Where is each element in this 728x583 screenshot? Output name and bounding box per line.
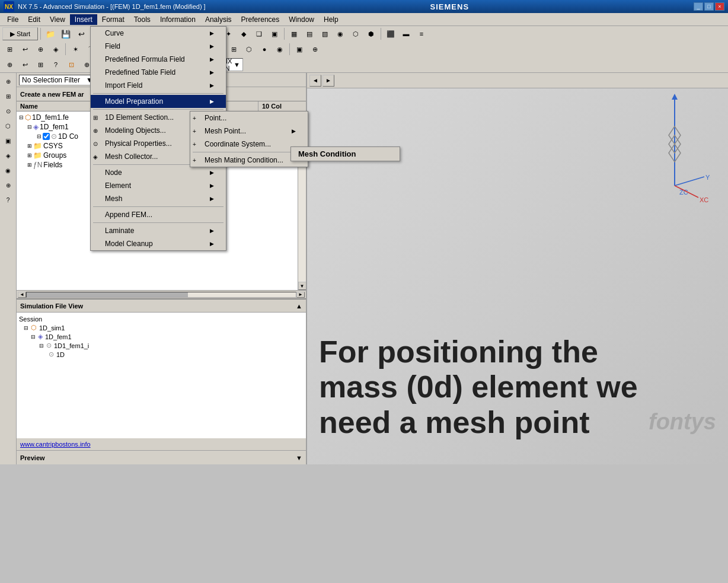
tb12[interactable]: ◆ xyxy=(237,27,251,40)
tb-r3-4[interactable]: ? xyxy=(49,58,63,71)
tb-r3-1[interactable]: ⊕ xyxy=(2,58,17,71)
menu-view[interactable]: View xyxy=(45,14,70,25)
insert-model-cleanup[interactable]: Model Cleanup ▶ xyxy=(91,237,226,250)
hscroll-thumb[interactable] xyxy=(27,292,188,297)
tb-r3-3[interactable]: ⊞ xyxy=(33,58,47,71)
tb17-icon: ▧ xyxy=(322,30,328,38)
viewport-toolbar: ◄ ► xyxy=(307,73,728,88)
menu-edit[interactable]: Edit xyxy=(23,14,45,25)
hscroll-left-btn[interactable]: ◄ xyxy=(18,292,26,298)
vtb-4[interactable]: ⬡ xyxy=(1,119,15,133)
tb15[interactable]: ▦ xyxy=(287,27,301,40)
insert-import-field-label: Import Field xyxy=(105,81,142,90)
vtb-3[interactable]: ⊙ xyxy=(1,104,15,118)
tb17[interactable]: ▧ xyxy=(318,27,332,40)
checkbox-1dco[interactable] xyxy=(43,133,50,140)
vtb-5[interactable]: ▣ xyxy=(1,133,15,148)
tb19[interactable]: ⬡ xyxy=(349,27,363,40)
insert-field[interactable]: Field ▶ xyxy=(91,40,226,53)
sim-1d-label: 1D xyxy=(56,351,65,358)
tb23[interactable]: ≡ xyxy=(414,27,429,40)
undo-button[interactable]: ↩ xyxy=(74,27,88,40)
viewport-left-btn[interactable]: ◄ xyxy=(309,75,321,87)
tb-r2-19[interactable]: ▣ xyxy=(292,43,306,56)
sim-fem1i-item[interactable]: ⊟ ⊙ 1D1_fem1_i xyxy=(19,341,304,350)
vtb-8[interactable]: ⊕ xyxy=(1,178,15,192)
tb16[interactable]: ▤ xyxy=(302,27,317,40)
sim-file-collapse[interactable]: ▲ xyxy=(296,302,302,310)
restore-button[interactable]: □ xyxy=(704,2,714,11)
start-button[interactable]: ▶ Start xyxy=(2,27,38,40)
save-button[interactable]: 💾 xyxy=(59,27,73,40)
menu-information[interactable]: Information xyxy=(155,14,200,25)
viewport-right-btn[interactable]: ► xyxy=(323,75,334,87)
sim-fem1-item[interactable]: ⊟ ◈ 1D_fem1 xyxy=(19,332,304,341)
insert-sep2 xyxy=(93,109,223,110)
viewport[interactable]: ◄ ► ZC YC xyxy=(307,73,728,464)
sep-r2-3 xyxy=(289,43,290,55)
open-button[interactable]: 📁 xyxy=(43,27,58,40)
tb21[interactable]: ⬛ xyxy=(384,27,398,40)
tb-r2-4[interactable]: ◈ xyxy=(49,43,63,56)
mp-point[interactable]: + Point... xyxy=(190,111,308,125)
menu-format[interactable]: Format xyxy=(97,14,129,25)
menu-preferences[interactable]: Preferences xyxy=(237,14,285,25)
sim-1d-item[interactable]: ⊙ 1D xyxy=(19,350,304,359)
tb-r2-2[interactable]: ↩ xyxy=(18,43,32,56)
hscroll-right-btn[interactable]: ► xyxy=(296,292,305,298)
insert-node[interactable]: Node ▶ xyxy=(91,166,226,179)
insert-predef-table[interactable]: Predefined Table Field ▶ xyxy=(91,66,226,79)
tb18[interactable]: ◉ xyxy=(333,27,347,40)
tb-r2-5[interactable]: ✶ xyxy=(68,43,82,56)
tb-r2-18[interactable]: ◉ xyxy=(273,43,287,56)
tb-r2-3[interactable]: ⊕ xyxy=(33,43,47,56)
tb-r2-2-icon: ↩ xyxy=(23,46,28,53)
tb-r2-15[interactable]: ⊞ xyxy=(226,43,241,56)
selection-filter-dropdown[interactable]: No Selection Filter ▼ xyxy=(19,75,96,85)
tb-r3-5[interactable]: ⊡ xyxy=(64,58,78,71)
vtb-6[interactable]: ◈ xyxy=(1,148,15,163)
tb-r2-1[interactable]: ⊞ xyxy=(2,43,17,56)
tb-r2-19-icon: ▣ xyxy=(296,46,302,53)
url-link[interactable]: www.cantripbostons.info xyxy=(20,441,91,448)
tree-scroll-h[interactable]: ◄ ► xyxy=(17,290,306,298)
tb22[interactable]: ▬ xyxy=(399,27,413,40)
mp-mesh-point[interactable]: + Mesh Point... ▶ xyxy=(190,125,308,138)
insert-predef-formula[interactable]: Predefined Formula Field ▶ xyxy=(91,53,226,66)
sim-sim1-item[interactable]: ⊟ ⬡ 1D_sim1 xyxy=(19,323,304,332)
tb-r2-17[interactable]: ● xyxy=(257,43,272,56)
vtb-7[interactable]: ◉ xyxy=(1,163,15,177)
tb-r2-20[interactable]: ⊕ xyxy=(308,43,322,56)
tb20[interactable]: ⬢ xyxy=(364,27,378,40)
insert-model-prep[interactable]: Model Preparation ▶ xyxy=(91,95,226,108)
insert-mesh[interactable]: Mesh ▶ xyxy=(91,192,226,205)
menu-window[interactable]: Window xyxy=(284,14,319,25)
insert-import-field[interactable]: Import Field ▶ xyxy=(91,79,226,92)
sep5 xyxy=(381,28,381,40)
menu-help[interactable]: Help xyxy=(319,14,343,25)
tb13-icon: ❑ xyxy=(256,30,262,38)
preview-expand[interactable]: ▼ xyxy=(296,454,302,461)
col-10col-header: 10 Col xyxy=(258,101,306,111)
close-button[interactable]: × xyxy=(715,2,724,11)
minimize-button[interactable]: _ xyxy=(694,2,703,11)
insert-element[interactable]: Element ▶ xyxy=(91,179,226,192)
menu-file[interactable]: File xyxy=(2,14,23,25)
insert-append-fem[interactable]: Append FEM... xyxy=(91,208,226,221)
hscroll-track[interactable] xyxy=(26,292,296,298)
vtb-9[interactable]: ? xyxy=(1,193,15,207)
vtb-1[interactable]: ⊕ xyxy=(1,74,15,88)
menu-analysis[interactable]: Analysis xyxy=(200,14,237,25)
tb14[interactable]: ▣ xyxy=(267,27,282,40)
tb13[interactable]: ❑ xyxy=(252,27,266,40)
tb-r2-16[interactable]: ⬡ xyxy=(242,43,256,56)
tb-r3-2[interactable]: ↩ xyxy=(18,58,32,71)
menu-insert[interactable]: Insert xyxy=(70,14,97,25)
insert-mesh-arrow: ▶ xyxy=(210,196,214,202)
insert-curve[interactable]: Curve ▶ xyxy=(91,27,226,40)
menu-tools[interactable]: Tools xyxy=(129,14,155,25)
mesh-condition-panel: Mesh Condition xyxy=(290,146,400,161)
vtb-2[interactable]: ⊞ xyxy=(1,89,15,103)
insert-laminate[interactable]: Laminate ▶ xyxy=(91,224,226,237)
vscroll-down-btn[interactable]: ▼ xyxy=(298,282,306,290)
